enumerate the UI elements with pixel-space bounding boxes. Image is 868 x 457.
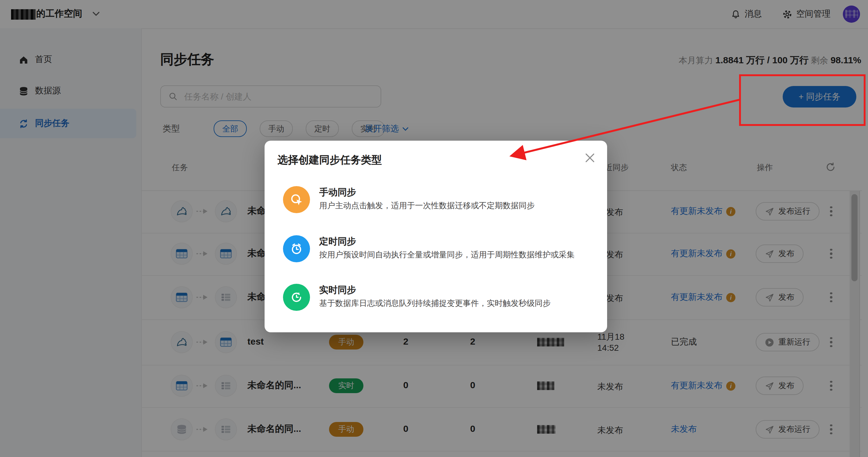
option-desc: 用户主动点击触发，适用于一次性数据迁移或不定期数据同步 [319,200,535,211]
scheduled-sync-icon-circle [283,235,310,262]
create-sync-task-modal: 选择创建同步任务类型 手动同步 用户主动点击触发，适用于一次性数据迁移或不定期数… [265,141,607,332]
option-realtime-sync[interactable]: 实时同步 基于数据库日志或消息队列持续捕捉变更事件，实时触发秒级同步 [283,284,590,322]
option-title: 手动同步 [319,187,356,198]
cursor-click-icon [290,193,303,206]
annotation-highlight-box [739,74,866,126]
alarm-clock-icon [290,242,303,256]
realtime-sync-icon [290,290,303,304]
modal-title: 选择创建同步任务类型 [277,153,382,167]
option-manual-sync[interactable]: 手动同步 用户主动点击触发，适用于一次性数据迁移或不定期数据同步 [283,186,590,224]
realtime-sync-icon-circle [283,284,310,311]
option-desc: 基于数据库日志或消息队列持续捕捉变更事件，实时触发秒级同步 [319,298,551,309]
manual-sync-icon-circle [283,186,310,213]
app-root: 的工作空间 消息 空间管理 首页 数据源 同步任务 同步任务 本月算力 [0,0,868,457]
option-scheduled-sync[interactable]: 定时同步 按用户预设时间自动执行全量或增量同步，适用于周期性数据维护或采集 [283,235,590,273]
option-title: 实时同步 [319,284,356,296]
option-title: 定时同步 [319,236,356,248]
option-desc: 按用户预设时间自动执行全量或增量同步，适用于周期性数据维护或采集 [319,249,575,260]
close-icon[interactable] [584,152,595,163]
